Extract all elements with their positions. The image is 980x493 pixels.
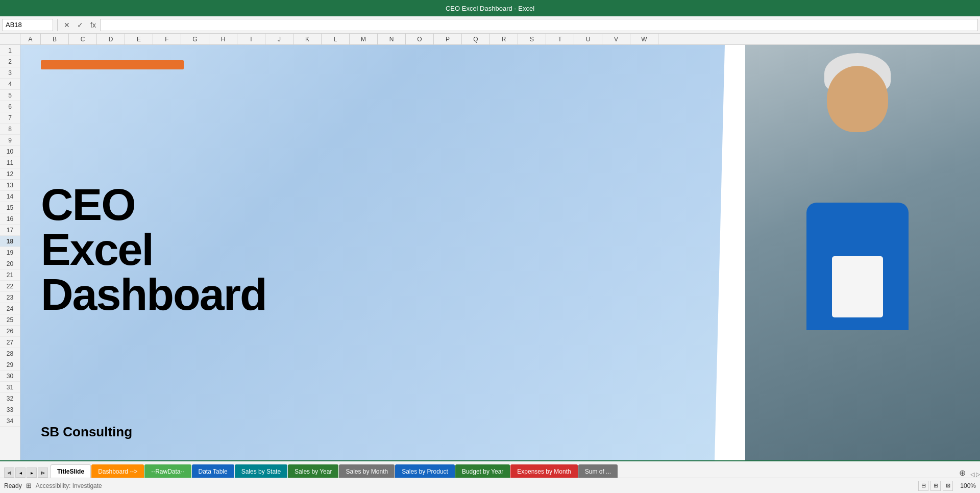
col-header-R[interactable]: R [490, 34, 518, 44]
sheet-tab-title-slide[interactable]: TitleSlide [51, 464, 91, 478]
dashboard-left: CEO Excel Dashboard SB Consulting [20, 45, 735, 460]
col-header-A[interactable]: A [20, 34, 41, 44]
row-num-34[interactable]: 34 [0, 415, 20, 427]
sheet-tab-budget-by-year[interactable]: Budget by Year [455, 464, 510, 478]
sheet-tab-sales-by-product[interactable]: Sales by Product [395, 464, 455, 478]
col-header-L[interactable]: L [322, 34, 350, 44]
row-num-13[interactable]: 13 [0, 180, 20, 191]
row-num-33[interactable]: 33 [0, 404, 20, 415]
sheet-tab-sum-of[interactable]: Sum of ... [578, 464, 618, 478]
sheet-tab-data-table[interactable]: Data Table [192, 464, 234, 478]
col-header-H[interactable]: H [209, 34, 237, 44]
add-sheet-button[interactable]: ⊕ [957, 468, 968, 478]
accessibility-text[interactable]: Accessibility: Investigate [36, 482, 102, 489]
row-num-8[interactable]: 8 [0, 124, 20, 135]
page-layout-icon: ⊞ [26, 482, 32, 489]
col-header-V[interactable]: V [602, 34, 630, 44]
row-num-16[interactable]: 16 [0, 213, 20, 225]
col-header-N[interactable]: N [378, 34, 406, 44]
col-header-U[interactable]: U [574, 34, 602, 44]
row-num-10[interactable]: 10 [0, 146, 20, 157]
col-header-B[interactable]: B [41, 34, 69, 44]
col-header-W[interactable]: W [630, 34, 658, 44]
row-num-9[interactable]: 9 [0, 135, 20, 146]
row-num-7[interactable]: 7 [0, 112, 20, 124]
row-num-31[interactable]: 31 [0, 382, 20, 393]
col-header-I[interactable]: I [237, 34, 265, 44]
col-header-P[interactable]: P [434, 34, 462, 44]
row-num-32[interactable]: 32 [0, 393, 20, 404]
dashboard-main-title: CEO Excel Dashboard [41, 182, 715, 317]
col-header-E[interactable]: E [125, 34, 153, 44]
row-num-1[interactable]: 1 [0, 45, 20, 56]
row-num-24[interactable]: 24 [0, 303, 20, 314]
row-num-18[interactable]: 18 [0, 236, 20, 247]
row-num-6[interactable]: 6 [0, 101, 20, 112]
row-num-26[interactable]: 26 [0, 326, 20, 337]
formula-bar: AB18 ✕ ✓ fx [0, 16, 980, 34]
sheet-tab-raw-data[interactable]: --RawData-- [144, 464, 191, 478]
tab-nav-controls: ⊲ ◂ ▸ ⊳ [2, 467, 50, 478]
col-header-G[interactable]: G [181, 34, 209, 44]
function-icon[interactable]: fx [88, 20, 98, 30]
row-num-11[interactable]: 11 [0, 157, 20, 168]
row-num-23[interactable]: 23 [0, 292, 20, 303]
row-num-29[interactable]: 29 [0, 359, 20, 371]
sheet-tab-sales-by-year[interactable]: Sales by Year [288, 464, 338, 478]
col-header-K[interactable]: K [293, 34, 322, 44]
ceo-body [806, 203, 909, 330]
page-break-view-icon[interactable]: ⊠ [943, 481, 953, 491]
col-header-D[interactable]: D [97, 34, 125, 44]
ceo-photo-area [735, 45, 980, 460]
row-num-3[interactable]: 3 [0, 67, 20, 79]
row-num-25[interactable]: 25 [0, 314, 20, 326]
normal-view-icon[interactable]: ⊟ [918, 481, 928, 491]
sheet-tab-sales-by-state[interactable]: Sales by State [235, 464, 287, 478]
cancel-icon[interactable]: ✕ [62, 20, 72, 30]
dashboard-right [735, 45, 980, 460]
row-num-19[interactable]: 19 [0, 247, 20, 258]
confirm-icon[interactable]: ✓ [75, 20, 85, 30]
spreadsheet: A B C D E F G H I J K L M N O P Q R S T … [0, 34, 980, 460]
ceo-photo [735, 45, 980, 460]
row-num-12[interactable]: 12 [0, 168, 20, 180]
sheet-tab-dashboard[interactable]: Dashboard --> [91, 464, 144, 478]
page-layout-view-icon[interactable]: ⊞ [930, 481, 941, 491]
tab-nav-prev[interactable]: ◂ [15, 467, 26, 478]
orange-accent-bar [41, 60, 184, 69]
row-num-17[interactable]: 17 [0, 225, 20, 236]
col-header-S[interactable]: S [518, 34, 546, 44]
status-bar-left: Ready ⊞ Accessibility: Investigate [4, 482, 102, 489]
col-header-J[interactable]: J [265, 34, 293, 44]
col-header-O[interactable]: O [406, 34, 434, 44]
row-num-15[interactable]: 15 [0, 202, 20, 213]
column-headers: A B C D E F G H I J K L M N O P Q R S T … [0, 34, 980, 45]
row-num-2[interactable]: 2 [0, 56, 20, 67]
col-header-C[interactable]: C [69, 34, 97, 44]
col-header-Q[interactable]: Q [462, 34, 490, 44]
col-header-M[interactable]: M [350, 34, 378, 44]
status-bar-right: ⊟ ⊞ ⊠ 100% [918, 481, 976, 491]
row-num-22[interactable]: 22 [0, 281, 20, 292]
tab-nav-first[interactable]: ⊲ [4, 467, 14, 478]
tab-nav-next[interactable]: ▸ [27, 467, 37, 478]
row-num-20[interactable]: 20 [0, 258, 20, 269]
title-bar-text: CEO Excel Dashboard - Excel [446, 5, 534, 12]
sheet-tab-expenses-by-month[interactable]: Expenses by Month [510, 464, 577, 478]
col-header-T[interactable]: T [546, 34, 574, 44]
row-num-27[interactable]: 27 [0, 337, 20, 348]
row-num-30[interactable]: 30 [0, 371, 20, 382]
sheet-tabs-bar: ⊲ ◂ ▸ ⊳ TitleSlide Dashboard --> --RawDa… [0, 460, 980, 478]
col-header-F[interactable]: F [153, 34, 181, 44]
row-num-5[interactable]: 5 [0, 90, 20, 101]
tab-nav-last[interactable]: ⊳ [38, 467, 48, 478]
row-num-21[interactable]: 21 [0, 269, 20, 281]
row-num-4[interactable]: 4 [0, 79, 20, 90]
name-box[interactable]: AB18 [2, 19, 53, 31]
horizontal-scroll-indicator: ◁ ▷ [970, 471, 980, 478]
row-num-14[interactable]: 14 [0, 191, 20, 202]
formula-icons: ✕ ✓ fx [62, 20, 98, 30]
sheet-tab-sales-by-month[interactable]: Sales by Month [339, 464, 395, 478]
formula-input[interactable] [100, 19, 978, 31]
row-num-28[interactable]: 28 [0, 348, 20, 359]
